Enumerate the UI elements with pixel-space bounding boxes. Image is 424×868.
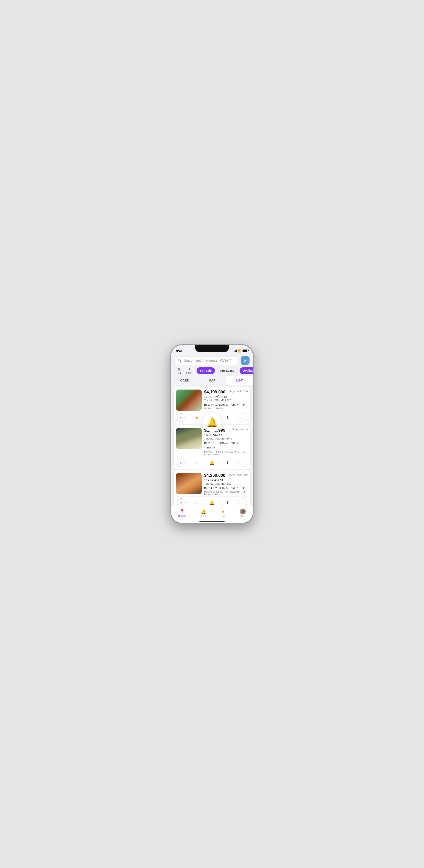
share-button-2[interactable]: ⬆ (223, 459, 231, 467)
listing-image-2[interactable] (176, 428, 202, 449)
status-icons: 📶 (233, 349, 248, 352)
sort-label: Sort (177, 372, 181, 374)
not-interested-button-1[interactable]: ⊘ (177, 413, 186, 422)
nav-alerts[interactable]: 🔔 Alerts (200, 509, 206, 517)
screen: 9:41 📶 🔍 Search unit #, address, MLS® # (171, 345, 253, 523)
listing-mls-2: MLS®# C7400076 · Chestnut Park Real Esta… (204, 451, 248, 456)
nav-me-label: Me (241, 515, 245, 518)
listing-park-1: Park: 4 (230, 403, 238, 406)
listing-image-3[interactable] (176, 473, 202, 494)
not-interested-button-3[interactable]: ⊘ (177, 498, 186, 507)
listing-city-1: Toronto, ON, M6J 2V5 (204, 399, 248, 402)
listing-price-row-3: $4,250,000 Days back: 134 (204, 473, 248, 478)
tab-list[interactable]: LIST (226, 376, 253, 385)
favorite-button-3[interactable]: ☆ (193, 498, 201, 507)
listing-sqft-2: 1,500+ft² (204, 447, 215, 450)
listing-info-2: $2,799,999 Days back: 8 163 Shaw St Toro… (204, 428, 248, 456)
favorite-button-2[interactable]: ☆ (193, 459, 201, 467)
tab-row: CARD MAP LIST (171, 376, 253, 385)
days-back-1: Days back: 125 (229, 390, 248, 393)
status-time: 9:41 (176, 349, 182, 353)
listing-card-3: $4,250,000 Days back: 134 112 Givins St … (174, 470, 250, 508)
available-pill[interactable]: Available (239, 367, 253, 374)
tab-card[interactable]: CARD (171, 376, 198, 385)
listing-bed-2: Bed: 3 + 1 (204, 441, 217, 444)
listing-address-1: 179 Crawford St (204, 395, 248, 398)
search-bar[interactable]: 🔍 Search unit #, address, MLS® # (174, 356, 238, 365)
listing-mls-3: MLS®# C6809070 · Chestnut Park Real Esta… (204, 491, 248, 496)
listing-city-3: Toronto, ON, M6J 2X9 (204, 482, 248, 485)
nav-alerts-label: Alerts (200, 515, 206, 517)
listing-price-row-1: $4,199,000 Days back: 125 (204, 390, 248, 395)
listing-address-3: 112 Givins St (204, 478, 248, 482)
listing-details-2: Bed: 3 + 1 Bath: 4 Park: 2 1,500+ft² (204, 441, 248, 450)
filter-label: Filter (186, 372, 192, 374)
days-back-2: Days back: 8 (232, 428, 248, 431)
listing-top-1: $4,199,000 Days back: 125 179 Crawford S… (174, 387, 250, 411)
listing-top-3: $4,250,000 Days back: 134 112 Givins St … (174, 470, 250, 496)
bottom-nav: 📍 Browse 🔔 Alerts ★ Lists 👤 Me (171, 506, 253, 523)
sort-button[interactable]: ⇅ Sort (174, 367, 183, 374)
search-icon: 🔍 (178, 359, 182, 363)
share-button-1[interactable]: ⬆ (223, 413, 231, 422)
more-button-1[interactable]: … (238, 413, 247, 422)
favorite-button-1[interactable]: ★ (193, 413, 201, 422)
wifi-icon: 📶 (238, 349, 241, 352)
listing-price-1: $4,199,000 (204, 390, 225, 395)
listing-bed-1: Bed: 4 + 1 (204, 403, 217, 406)
listing-bath-3: Bath: 5 (219, 487, 228, 490)
sort-arrows-icon: ⇅ (177, 367, 180, 371)
bell-notification-popup: 🔔 (202, 413, 222, 432)
listing-sqft-3: --ft² (241, 487, 245, 490)
browse-icon: 📍 (179, 509, 185, 514)
avatar: 👤 (240, 508, 246, 515)
listing-park-3: Park: 1 (230, 487, 238, 490)
battery-icon (243, 349, 248, 352)
nav-browse[interactable]: 📍 Browse (178, 509, 186, 517)
days-back-3: Days back: 134 (229, 473, 248, 476)
search-container: 🔍 Search unit #, address, MLS® # ➤ (171, 354, 253, 366)
not-interested-button-2[interactable]: ⊘ (177, 459, 186, 467)
listing-actions-2: ⊘ ☆ 🔔 ⬆ … (174, 457, 250, 469)
listing-bath-1: Bath: 2 (219, 403, 228, 406)
signal-bars-icon (233, 349, 236, 352)
for-sale-pill[interactable]: For Sale (197, 367, 215, 374)
nav-me[interactable]: 👤 Me (240, 508, 246, 518)
listing-bath-2: Bath: 4 (219, 441, 228, 444)
listing-park-2: Park: 2 (230, 441, 238, 444)
more-button-3[interactable]: … (238, 498, 247, 507)
tab-map[interactable]: MAP (198, 376, 226, 385)
listing-details-3: Bed: 4 + 2 Bath: 5 Park: 1 --ft² (204, 487, 248, 490)
lists-icon: ★ (221, 509, 225, 514)
bell-popup-icon: 🔔 (206, 417, 218, 428)
filter-button[interactable]: 🎚 Filter (185, 367, 193, 374)
home-indicator (199, 521, 225, 522)
status-bar: 9:41 📶 (171, 345, 253, 354)
listing-details-1: Bed: 4 + 1 Bath: 2 Park: 4 --ft² (204, 403, 248, 406)
listing-bed-3: Bed: 4 + 2 (204, 487, 217, 490)
alerts-icon: 🔔 (201, 509, 206, 514)
listing-image-1[interactable] (176, 390, 202, 411)
search-placeholder-text: Search unit #, address, MLS® # (183, 359, 232, 363)
phone-frame: 9:41 📶 🔍 Search unit #, address, MLS® # (171, 345, 253, 523)
listing-info-1: $4,199,000 Days back: 125 179 Crawford S… (204, 390, 248, 411)
listing-mls-1: MLS®# C · Realty (204, 407, 248, 410)
listings-container: $4,199,000 Days back: 125 179 Crawford S… (171, 386, 253, 523)
nav-browse-label: Browse (178, 515, 186, 517)
nav-lists-label: Lists (221, 515, 226, 517)
nav-lists[interactable]: ★ Lists (221, 509, 226, 517)
filter-sliders-icon: 🎚 (187, 367, 191, 371)
more-button-2[interactable]: … (238, 459, 247, 467)
location-button[interactable]: ➤ (241, 356, 250, 365)
share-button-3[interactable]: ⬆ (223, 498, 231, 507)
listing-address-2: 163 Shaw St (204, 433, 248, 437)
alert-button-3[interactable]: 🔔 (208, 498, 216, 507)
for-lease-pill[interactable]: For Lease (217, 367, 238, 374)
listing-price-3: $4,250,000 (204, 473, 225, 478)
listing-sqft-1: --ft² (241, 403, 245, 406)
alert-button-2[interactable]: 🔔 (208, 459, 216, 467)
listing-info-3: $4,250,000 Days back: 134 112 Givins St … (204, 473, 248, 496)
filter-row: ⇅ Sort 🎚 Filter For Sale For Lease Avail… (171, 366, 253, 376)
listing-city-2: Toronto, ON, M6J 2W6 (204, 437, 248, 440)
